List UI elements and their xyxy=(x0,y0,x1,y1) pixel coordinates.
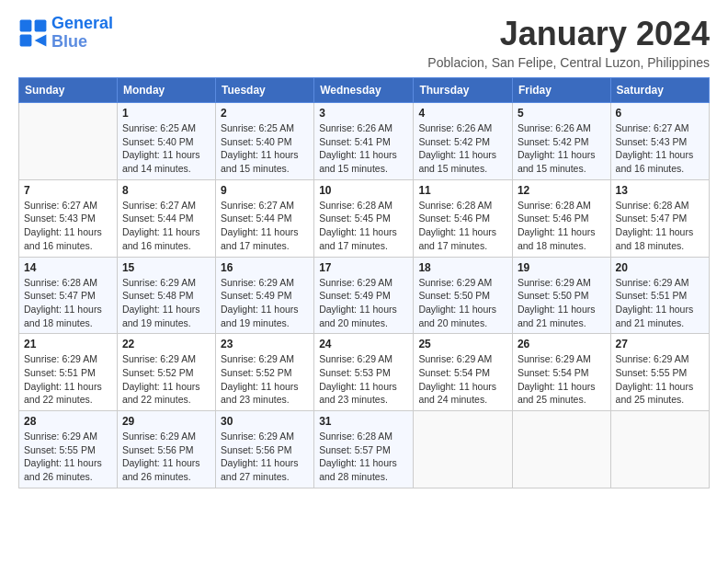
calendar-cell: 1Sunrise: 6:25 AM Sunset: 5:40 PM Daylig… xyxy=(117,103,215,180)
calendar-table: SundayMondayTuesdayWednesdayThursdayFrid… xyxy=(18,77,710,488)
day-number: 23 xyxy=(221,338,309,350)
page-header: GeneralBlue January 2024 Poblacion, San … xyxy=(18,15,710,70)
day-info: Sunrise: 6:29 AM Sunset: 5:52 PM Dayligh… xyxy=(122,352,210,407)
calendar-cell: 24Sunrise: 6:29 AM Sunset: 5:53 PM Dayli… xyxy=(314,334,414,411)
svg-rect-1 xyxy=(35,19,47,31)
day-number: 19 xyxy=(518,261,606,274)
calendar-cell: 22Sunrise: 6:29 AM Sunset: 5:52 PM Dayli… xyxy=(117,334,215,411)
day-number: 27 xyxy=(616,338,704,350)
day-info: Sunrise: 6:29 AM Sunset: 5:54 PM Dayligh… xyxy=(518,352,606,407)
calendar-cell: 3Sunrise: 6:26 AM Sunset: 5:41 PM Daylig… xyxy=(314,103,414,180)
weekday-header-row: SundayMondayTuesdayWednesdayThursdayFrid… xyxy=(19,78,710,103)
day-number: 11 xyxy=(418,184,507,197)
svg-marker-3 xyxy=(35,34,47,46)
day-number: 3 xyxy=(319,107,408,120)
day-number: 25 xyxy=(418,338,507,350)
calendar-cell xyxy=(610,411,709,488)
title-block: January 2024 Poblacion, San Felipe, Cent… xyxy=(427,15,710,70)
day-number: 1 xyxy=(122,107,210,120)
calendar-cell xyxy=(512,411,610,488)
weekday-header-sunday: Sunday xyxy=(19,78,118,103)
day-info: Sunrise: 6:25 AM Sunset: 5:40 PM Dayligh… xyxy=(221,121,309,176)
calendar-cell xyxy=(414,411,513,488)
day-info: Sunrise: 6:26 AM Sunset: 5:42 PM Dayligh… xyxy=(418,121,507,176)
calendar-cell: 5Sunrise: 6:26 AM Sunset: 5:42 PM Daylig… xyxy=(512,103,610,180)
day-info: Sunrise: 6:28 AM Sunset: 5:47 PM Dayligh… xyxy=(24,276,112,330)
day-info: Sunrise: 6:25 AM Sunset: 5:40 PM Dayligh… xyxy=(122,121,210,176)
calendar-week-row: 7Sunrise: 6:27 AM Sunset: 5:43 PM Daylig… xyxy=(19,179,710,257)
day-info: Sunrise: 6:29 AM Sunset: 5:51 PM Dayligh… xyxy=(616,276,704,330)
day-info: Sunrise: 6:26 AM Sunset: 5:41 PM Dayligh… xyxy=(319,121,408,176)
day-info: Sunrise: 6:29 AM Sunset: 5:55 PM Dayligh… xyxy=(24,430,112,484)
calendar-cell: 19Sunrise: 6:29 AM Sunset: 5:50 PM Dayli… xyxy=(512,257,610,334)
calendar-cell: 28Sunrise: 6:29 AM Sunset: 5:55 PM Dayli… xyxy=(19,411,118,488)
calendar-cell: 26Sunrise: 6:29 AM Sunset: 5:54 PM Dayli… xyxy=(512,334,610,411)
calendar-cell: 27Sunrise: 6:29 AM Sunset: 5:55 PM Dayli… xyxy=(610,334,709,411)
day-number: 14 xyxy=(24,261,112,274)
calendar-week-row: 1Sunrise: 6:25 AM Sunset: 5:40 PM Daylig… xyxy=(19,103,710,180)
day-number: 18 xyxy=(418,261,507,274)
logo-text: GeneralBlue xyxy=(51,15,113,52)
day-info: Sunrise: 6:27 AM Sunset: 5:44 PM Dayligh… xyxy=(122,199,210,253)
calendar-cell: 7Sunrise: 6:27 AM Sunset: 5:43 PM Daylig… xyxy=(19,179,118,257)
day-number: 7 xyxy=(24,184,112,197)
day-info: Sunrise: 6:27 AM Sunset: 5:43 PM Dayligh… xyxy=(616,121,704,176)
day-info: Sunrise: 6:29 AM Sunset: 5:56 PM Dayligh… xyxy=(221,430,309,484)
logo-icon xyxy=(18,18,48,48)
calendar-cell xyxy=(19,103,118,180)
calendar-cell: 15Sunrise: 6:29 AM Sunset: 5:48 PM Dayli… xyxy=(117,257,215,334)
day-info: Sunrise: 6:29 AM Sunset: 5:51 PM Dayligh… xyxy=(24,352,112,407)
calendar-week-row: 21Sunrise: 6:29 AM Sunset: 5:51 PM Dayli… xyxy=(19,334,710,411)
day-info: Sunrise: 6:29 AM Sunset: 5:52 PM Dayligh… xyxy=(221,352,309,407)
svg-rect-2 xyxy=(20,34,32,46)
day-info: Sunrise: 6:29 AM Sunset: 5:54 PM Dayligh… xyxy=(418,352,507,407)
day-info: Sunrise: 6:28 AM Sunset: 5:46 PM Dayligh… xyxy=(518,199,606,253)
day-number: 26 xyxy=(518,338,606,350)
day-info: Sunrise: 6:26 AM Sunset: 5:42 PM Dayligh… xyxy=(518,121,606,176)
day-number: 21 xyxy=(24,338,112,350)
calendar-week-row: 28Sunrise: 6:29 AM Sunset: 5:55 PM Dayli… xyxy=(19,411,710,488)
weekday-header-tuesday: Tuesday xyxy=(215,78,313,103)
day-number: 5 xyxy=(518,107,606,120)
day-number: 13 xyxy=(616,184,704,197)
weekday-header-friday: Friday xyxy=(512,78,610,103)
day-number: 2 xyxy=(221,107,309,120)
day-info: Sunrise: 6:29 AM Sunset: 5:49 PM Dayligh… xyxy=(221,276,309,330)
calendar-title: January 2024 xyxy=(427,15,710,53)
day-number: 30 xyxy=(221,415,309,428)
calendar-cell: 17Sunrise: 6:29 AM Sunset: 5:49 PM Dayli… xyxy=(314,257,414,334)
weekday-header-saturday: Saturday xyxy=(610,78,709,103)
calendar-cell: 6Sunrise: 6:27 AM Sunset: 5:43 PM Daylig… xyxy=(610,103,709,180)
calendar-cell: 2Sunrise: 6:25 AM Sunset: 5:40 PM Daylig… xyxy=(215,103,313,180)
day-info: Sunrise: 6:27 AM Sunset: 5:44 PM Dayligh… xyxy=(221,199,309,253)
day-info: Sunrise: 6:29 AM Sunset: 5:50 PM Dayligh… xyxy=(518,276,606,330)
day-number: 10 xyxy=(319,184,408,197)
day-number: 24 xyxy=(319,338,408,350)
calendar-cell: 25Sunrise: 6:29 AM Sunset: 5:54 PM Dayli… xyxy=(414,334,513,411)
day-info: Sunrise: 6:29 AM Sunset: 5:56 PM Dayligh… xyxy=(122,430,210,484)
calendar-cell: 14Sunrise: 6:28 AM Sunset: 5:47 PM Dayli… xyxy=(19,257,118,334)
day-info: Sunrise: 6:29 AM Sunset: 5:53 PM Dayligh… xyxy=(319,352,408,407)
day-number: 15 xyxy=(122,261,210,274)
calendar-cell: 9Sunrise: 6:27 AM Sunset: 5:44 PM Daylig… xyxy=(215,179,313,257)
calendar-subtitle: Poblacion, San Felipe, Central Luzon, Ph… xyxy=(427,55,710,70)
day-number: 12 xyxy=(518,184,606,197)
day-info: Sunrise: 6:28 AM Sunset: 5:57 PM Dayligh… xyxy=(319,430,408,484)
calendar-cell: 13Sunrise: 6:28 AM Sunset: 5:47 PM Dayli… xyxy=(610,179,709,257)
day-info: Sunrise: 6:29 AM Sunset: 5:48 PM Dayligh… xyxy=(122,276,210,330)
day-number: 16 xyxy=(221,261,309,274)
day-number: 17 xyxy=(319,261,408,274)
calendar-cell: 8Sunrise: 6:27 AM Sunset: 5:44 PM Daylig… xyxy=(117,179,215,257)
calendar-cell: 29Sunrise: 6:29 AM Sunset: 5:56 PM Dayli… xyxy=(117,411,215,488)
day-number: 6 xyxy=(616,107,704,120)
day-number: 28 xyxy=(24,415,112,428)
weekday-header-monday: Monday xyxy=(117,78,215,103)
calendar-week-row: 14Sunrise: 6:28 AM Sunset: 5:47 PM Dayli… xyxy=(19,257,710,334)
calendar-cell: 30Sunrise: 6:29 AM Sunset: 5:56 PM Dayli… xyxy=(215,411,313,488)
svg-rect-0 xyxy=(20,19,32,31)
day-info: Sunrise: 6:28 AM Sunset: 5:46 PM Dayligh… xyxy=(418,199,507,253)
calendar-cell: 11Sunrise: 6:28 AM Sunset: 5:46 PM Dayli… xyxy=(414,179,513,257)
calendar-cell: 20Sunrise: 6:29 AM Sunset: 5:51 PM Dayli… xyxy=(610,257,709,334)
day-number: 22 xyxy=(122,338,210,350)
day-info: Sunrise: 6:29 AM Sunset: 5:50 PM Dayligh… xyxy=(418,276,507,330)
